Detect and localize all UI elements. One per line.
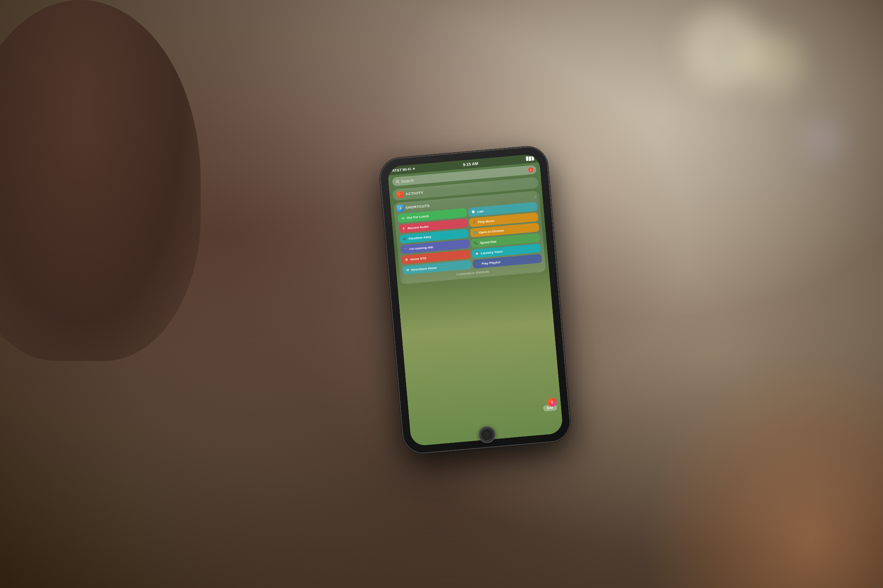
out-for-lunch-label: Out For Lunch [407, 214, 429, 220]
directions-home-label: Directions Home [411, 266, 437, 272]
play-playlist-label: Play Playlist [482, 260, 501, 265]
laundry-timer-icon: ⏰ [474, 251, 479, 256]
wifi-icon: ▾ [413, 167, 415, 171]
facetime-abby-icon: 📹 [402, 236, 407, 241]
customize-shortcuts-label: Customize in Shortcuts [456, 270, 490, 276]
phone-body: AT&T Wi-Fi ▾ 9:15 AM ▊▊▊ Search 🎙 [378, 145, 572, 455]
activity-label: ACTIVITY [405, 191, 424, 196]
shortcuts-title-row: ⚡ SHORTCUTS [397, 203, 430, 212]
running-late-label: I'm running late [409, 245, 433, 251]
play-music-label: Play Music [478, 219, 495, 224]
time-display: 9:15 AM [463, 161, 478, 166]
speed-dial-icon: 📞 [473, 241, 478, 246]
shortcuts-label: SHORTCUTS [405, 204, 430, 210]
late-icon: 🕐 [470, 209, 476, 215]
speed-dial-label: Speed Dial [480, 239, 496, 245]
home-eta-label: Home ETA [410, 256, 426, 261]
home-eta-icon: 🏠 [404, 257, 409, 262]
play-playlist-icon: 🎵 [475, 261, 480, 266]
status-left: AT&T Wi-Fi ▾ [392, 167, 415, 173]
phone-screen: AT&T Wi-Fi ▾ 9:15 AM ▊▊▊ Search 🎙 [387, 154, 564, 446]
activity-icon: 🏃 [397, 191, 403, 198]
out-for-lunch-icon: 🍽 [400, 215, 405, 221]
siri-button[interactable]: 🎙 [547, 397, 557, 407]
bokeh-light-3 [803, 120, 843, 160]
status-right: ▊▊▊ [526, 156, 535, 161]
open-chrome-label: Open in Chrome [479, 228, 504, 234]
running-late-icon: 🏃 [403, 247, 408, 252]
play-music-icon: 🎵 [472, 220, 477, 225]
widgets-area: 🏃 ACTIVITY ⚡ SHORTCUTS › [392, 177, 546, 284]
facetime-abby-label: Facetime Abby [409, 235, 431, 240]
search-icon [395, 179, 400, 184]
shortcuts-grid: 🍽 Out For Lunch 🕐 Late 🎙 Record Audio [398, 202, 542, 275]
record-audio-icon: 🎙 [401, 226, 406, 231]
mic-icon: 🎙 [528, 167, 533, 172]
laundry-timer-label: Laundry Timer [480, 249, 503, 255]
shortcuts-app-icon: ⚡ [397, 205, 404, 212]
scene: AT&T Wi-Fi ▾ 9:15 AM ▊▊▊ Search 🎙 [0, 0, 883, 588]
directions-home-icon: 🗺 [405, 268, 410, 273]
shortcuts-chevron[interactable]: › [535, 194, 536, 199]
phone-wrapper: AT&T Wi-Fi ▾ 9:15 AM ▊▊▊ Search 🎙 [378, 145, 572, 455]
bokeh-light-2 [743, 32, 803, 92]
late-label: Late [477, 209, 484, 213]
home-button-inner [480, 428, 494, 441]
svg-point-0 [396, 180, 398, 182]
record-audio-label: Record Audio [407, 225, 429, 230]
open-chrome-icon: 🌐 [472, 230, 478, 235]
shortcuts-widget: ⚡ SHORTCUTS › 🍽 Out For Lunch [393, 191, 546, 284]
siri-circle: 🎙 [547, 397, 557, 407]
battery-icon: ▊▊▊ [526, 156, 535, 161]
svg-line-1 [398, 182, 399, 183]
carrier-label: AT&T Wi-Fi [392, 167, 411, 172]
